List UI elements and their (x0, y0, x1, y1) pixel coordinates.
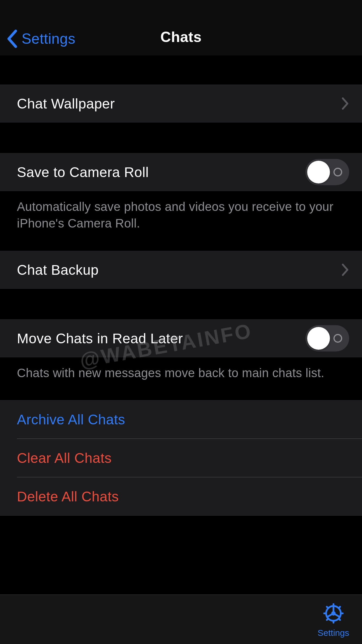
toggle-off-indicator-icon (333, 334, 342, 343)
footer-save-camera-roll: Automatically save photos and videos you… (0, 191, 362, 242)
svg-line-9 (327, 607, 328, 608)
row-chat-wallpaper[interactable]: Chat Wallpaper (0, 85, 362, 123)
actions-group: Archive All Chats Clear All Chats Delete… (0, 400, 362, 516)
row-label: Chat Wallpaper (17, 96, 335, 112)
navigation-bar: Settings Chats (0, 0, 362, 55)
back-label: Settings (22, 30, 75, 47)
toggle-knob (307, 161, 330, 183)
toggle-knob (307, 327, 330, 350)
gear-icon (321, 601, 346, 626)
tab-settings[interactable]: Settings (318, 601, 349, 638)
action-delete-all[interactable]: Delete All Chats (0, 477, 362, 515)
toggle-off-indicator-icon (333, 168, 342, 176)
chevron-right-icon (341, 263, 349, 276)
footer-read-later: Chats with new messages move back to mai… (0, 357, 362, 392)
row-read-later: Move Chats in Read Later (0, 319, 362, 357)
row-label: Save to Camera Roll (17, 164, 305, 180)
tab-bar: Settings (0, 594, 362, 644)
row-chat-backup[interactable]: Chat Backup (0, 251, 362, 289)
svg-line-12 (338, 607, 340, 608)
row-label: Chat Backup (17, 262, 335, 278)
back-button[interactable]: Settings (6, 29, 75, 48)
svg-line-10 (338, 619, 340, 620)
svg-line-11 (327, 619, 328, 620)
toggle-save-camera-roll[interactable] (305, 159, 349, 185)
toggle-read-later[interactable] (305, 325, 349, 351)
tab-label: Settings (318, 628, 349, 638)
row-save-camera-roll: Save to Camera Roll (0, 153, 362, 191)
chevron-right-icon (341, 97, 349, 110)
row-label: Move Chats in Read Later (17, 330, 305, 346)
chevron-left-icon (6, 29, 19, 48)
action-clear-all[interactable]: Clear All Chats (0, 439, 362, 477)
action-archive-all[interactable]: Archive All Chats (0, 400, 362, 438)
